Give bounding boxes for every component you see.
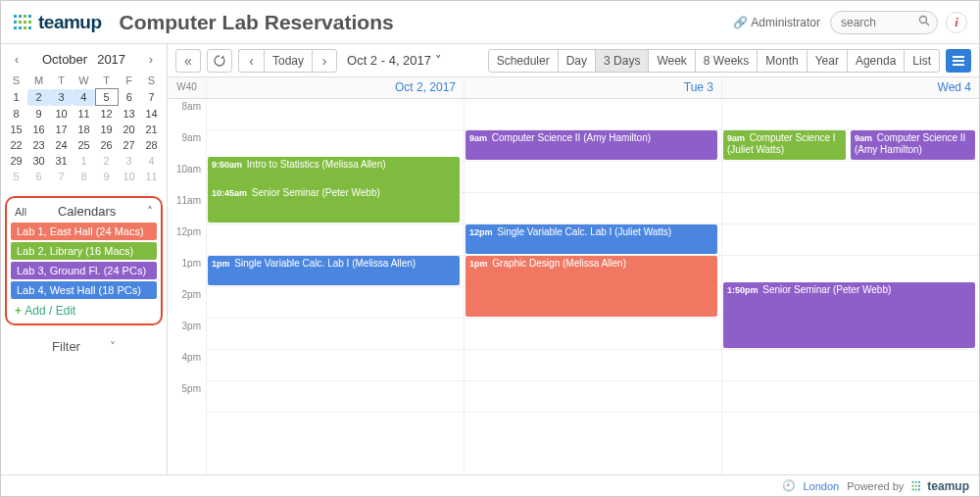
mini-cal-day[interactable]: 8 — [5, 106, 27, 123]
search-icon[interactable] — [918, 15, 930, 29]
mini-cal-day[interactable]: 19 — [95, 122, 118, 137]
mini-cal-day[interactable]: 15 — [5, 122, 27, 137]
mini-cal-day[interactable]: 4 — [73, 89, 95, 106]
calendar-event[interactable]: 12pm Single Variable Calc. Lab I (Juliet… — [466, 224, 717, 254]
calendar-event[interactable]: 9am Computer Science II (Amy Hamilton) — [466, 130, 717, 160]
day-column[interactable]: Tue 39am Computer Science II (Amy Hamilt… — [465, 77, 722, 474]
mini-cal-day[interactable]: 2 — [27, 89, 50, 106]
mini-cal-day[interactable]: 16 — [27, 122, 50, 137]
view-week[interactable]: Week — [649, 50, 695, 72]
day-header[interactable]: Tue 3 — [465, 77, 721, 99]
calendar-event[interactable]: 1pm Single Variable Calc. Lab I (Melissa… — [208, 256, 460, 285]
footer-logo[interactable]: teamup — [911, 479, 969, 493]
mini-cal-day[interactable]: 1 — [73, 153, 95, 169]
today-button[interactable]: Today — [264, 49, 312, 73]
view-list[interactable]: List — [905, 50, 939, 72]
mini-cal-day[interactable]: 26 — [95, 137, 118, 153]
mini-cal-day[interactable]: 11 — [140, 169, 163, 184]
mini-cal-day[interactable]: 11 — [73, 106, 95, 123]
timezone-link[interactable]: London — [804, 480, 840, 492]
day-column[interactable]: Wed 49am Computer Science I (Juliet Watt… — [722, 77, 979, 474]
administrator-link[interactable]: 🔗 Administrator — [733, 16, 820, 29]
event-time: 9am — [727, 133, 745, 143]
prev-range-button[interactable]: ‹ — [238, 49, 264, 73]
calendar-item[interactable]: Lab 3, Ground Fl. (24 PCs) — [11, 262, 157, 279]
mini-cal-day[interactable]: 30 — [27, 153, 50, 169]
calendar-item[interactable]: Lab 2, Library (16 Macs) — [11, 242, 157, 260]
mini-cal-day[interactable]: 3 — [50, 89, 73, 106]
mini-cal-day[interactable]: 7 — [50, 169, 73, 184]
mini-cal-day[interactable]: 10 — [118, 169, 140, 184]
view-year[interactable]: Year — [808, 50, 848, 72]
view-scheduler[interactable]: Scheduler — [489, 50, 559, 72]
mini-cal-day[interactable]: 31 — [50, 153, 73, 169]
mini-cal-day[interactable]: 2 — [95, 153, 118, 169]
mini-cal-day[interactable]: 20 — [118, 122, 140, 137]
filter-row[interactable]: Filter ˅ — [5, 325, 163, 368]
mini-cal-day[interactable]: 12 — [95, 106, 118, 123]
mini-cal-day[interactable]: 6 — [118, 89, 140, 106]
calendar-item[interactable]: Lab 1, East Hall (24 Macs) — [11, 223, 157, 240]
mini-cal-day[interactable]: 13 — [118, 106, 140, 123]
mini-cal-day[interactable]: 5 — [5, 169, 27, 184]
mini-cal-day[interactable]: 23 — [27, 137, 50, 153]
mini-cal-day[interactable]: 24 — [50, 137, 73, 153]
dow-header: M — [27, 73, 50, 89]
event-title: Senior Seminar (Peter Webb) — [249, 187, 380, 198]
view-month[interactable]: Month — [758, 50, 807, 72]
menu-button[interactable] — [946, 49, 971, 73]
svg-rect-22 — [918, 484, 920, 486]
hour-label: 1pm — [168, 256, 206, 287]
day-header[interactable]: Wed 4 — [722, 77, 979, 99]
mini-cal-day[interactable]: 5 — [95, 89, 118, 106]
mini-cal-day[interactable]: 8 — [73, 169, 95, 184]
mini-cal-day[interactable]: 4 — [140, 153, 163, 169]
chevron-up-icon[interactable]: ˄ — [147, 205, 153, 219]
calendars-all[interactable]: All — [15, 206, 26, 218]
month-label[interactable]: October — [42, 52, 87, 67]
view-switcher: SchedulerDay3 DaysWeek8 WeeksMonthYearAg… — [488, 49, 940, 73]
mini-calendar[interactable]: SMTWTFS 12345678910111213141516171819202… — [5, 73, 163, 184]
svg-rect-2 — [24, 15, 26, 18]
view-day[interactable]: Day — [559, 50, 596, 72]
next-month-button[interactable]: › — [143, 53, 159, 67]
calendar-event[interactable]: 1pm Graphic Design (Melissa Allen) — [466, 256, 717, 317]
year-label[interactable]: 2017 — [97, 52, 125, 67]
info-button[interactable]: i — [946, 12, 967, 33]
mini-cal-day[interactable]: 14 — [140, 106, 163, 123]
calendar-item[interactable]: Lab 4, West Hall (18 PCs) — [11, 281, 157, 299]
prev-month-button[interactable]: ‹ — [9, 53, 24, 67]
mini-cal-day[interactable]: 1 — [5, 89, 27, 106]
mini-cal-day[interactable]: 3 — [118, 153, 140, 169]
view-agenda[interactable]: Agenda — [848, 50, 905, 72]
mini-cal-day[interactable]: 9 — [27, 106, 50, 123]
mini-cal-day[interactable]: 18 — [73, 122, 95, 137]
day-column[interactable]: Oct 2, 20179:50am Intro to Statistics (M… — [207, 77, 465, 474]
add-edit-label: Add / Edit — [24, 304, 75, 318]
mini-cal-day[interactable]: 25 — [73, 137, 95, 153]
mini-cal-day[interactable]: 6 — [27, 169, 50, 184]
calendar-event[interactable]: 1:50pm Senior Seminar (Peter Webb) — [723, 282, 975, 348]
calendar-event[interactable]: 9am Computer Science I (Juliet Watts) — [723, 130, 846, 160]
next-range-button[interactable]: › — [312, 49, 337, 73]
logo[interactable]: teamup — [13, 12, 102, 33]
view-3-days[interactable]: 3 Days — [596, 50, 649, 72]
mini-cal-day[interactable]: 22 — [5, 137, 27, 153]
calendar-event[interactable]: 10:45am Senior Seminar (Peter Webb) — [208, 185, 460, 223]
calendar-event[interactable]: 9am Computer Science II (Amy Hamilton) — [851, 130, 975, 160]
admin-label: Administrator — [751, 16, 820, 29]
add-edit-calendars[interactable]: + Add / Edit — [11, 301, 157, 318]
refresh-button[interactable] — [207, 49, 232, 73]
mini-cal-day[interactable]: 10 — [50, 106, 73, 123]
mini-cal-day[interactable]: 29 — [5, 153, 27, 169]
mini-cal-day[interactable]: 17 — [50, 122, 73, 137]
mini-cal-day[interactable]: 21 — [140, 122, 163, 137]
day-header[interactable]: Oct 2, 2017 — [207, 77, 464, 99]
mini-cal-day[interactable]: 28 — [140, 137, 163, 153]
mini-cal-day[interactable]: 7 — [140, 89, 163, 106]
first-page-button[interactable]: « — [175, 49, 201, 73]
mini-cal-day[interactable]: 27 — [118, 137, 140, 153]
view-8-weeks[interactable]: 8 Weeks — [696, 50, 758, 72]
date-range-picker[interactable]: Oct 2 - 4, 2017 ˅ — [347, 53, 442, 68]
mini-cal-day[interactable]: 9 — [95, 169, 118, 184]
